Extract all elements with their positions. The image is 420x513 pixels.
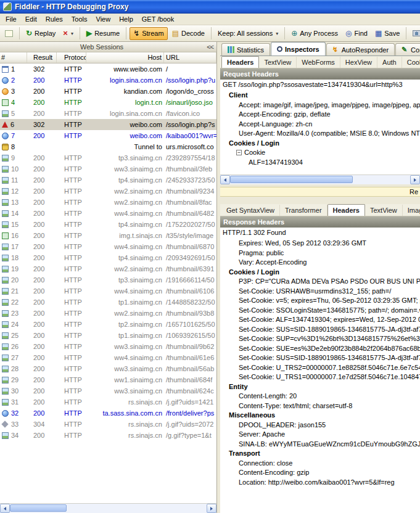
column-header-host[interactable]: Host <box>86 52 164 63</box>
response-tab-imageview[interactable]: ImageView <box>403 205 420 216</box>
cookie-group[interactable]: −Cookie <box>220 148 420 158</box>
header-item[interactable]: DPOOL_HEADER: jason155 <box>220 421 420 430</box>
any-process-button[interactable]: ⊕Any Process <box>288 28 341 39</box>
session-row-14[interactable]: 14200HTTPww4.sinaimg.cn/thumbnail/6482 <box>0 208 216 219</box>
header-item[interactable]: Set-Cookie: SUS=SID-1889019865-134681577… <box>220 353 420 363</box>
sessions-hscrollbar[interactable] <box>0 503 216 513</box>
resume-button[interactable]: ▶Resume <box>83 28 123 39</box>
session-row-26[interactable]: 26200HTTPww3.sinaimg.cn/thumbnail/9b62 <box>0 341 216 352</box>
header-item[interactable]: Set-Cookie: SUE=es%3De2eb90f23b884b2f206… <box>220 344 420 354</box>
session-row-27[interactable]: 27200HTTPww4.sinaimg.cn/thumbnail/61e6 <box>0 352 216 363</box>
header-item[interactable]: P3P: CP="CURa ADMa DEVa PSAo PSDo OUR BU… <box>220 277 420 287</box>
menu-rules[interactable]: Rules <box>41 14 67 24</box>
session-row-20[interactable]: 20200HTTPtp3.sinaimg.cn/1916666114/50 <box>0 274 216 285</box>
save-button[interactable]: ▦Save <box>372 28 403 39</box>
header-item[interactable]: Set-Cookie: SUP=cv%3D1%26bt%3D1346815775… <box>220 334 420 344</box>
stream-toggle-button[interactable]: ↯Stream <box>130 27 168 40</box>
header-item[interactable]: Set-Cookie: USRHAWB=usrmdins312_155; pat… <box>220 287 420 297</box>
tab-autoresponder[interactable]: ↯AutoResponder <box>326 43 395 55</box>
menu-get-book[interactable]: GET /book <box>138 14 178 24</box>
tab-composer[interactable]: ✎Composer <box>395 43 420 55</box>
column-header-num[interactable]: # <box>0 52 27 63</box>
session-row-23[interactable]: 23200HTTPww2.sinaimg.cn/thumbnail/93b8 <box>0 308 216 319</box>
scroll-left-button[interactable] <box>220 175 230 184</box>
session-row-13[interactable]: 13200HTTPww2.sinaimg.cn/thumbnail/8fac <box>0 197 216 208</box>
scroll-thumb[interactable] <box>230 176 353 183</box>
session-row-32[interactable]: 32200HTTPta.sass.sina.com.cn/front/deliv… <box>0 408 216 419</box>
response-tab-transformer[interactable]: Transformer <box>280 205 327 216</box>
scroll-thumb[interactable] <box>10 504 67 512</box>
header-item[interactable]: Connection: close <box>220 459 420 469</box>
header-item[interactable]: Accept: image/gif, image/jpeg, image/pjp… <box>220 101 420 110</box>
session-row-12[interactable]: 12200HTTPww2.sinaimg.cn/thumbnail/9234 <box>0 186 216 197</box>
session-row-25[interactable]: 25200HTTPtp1.sinaimg.cn/1069392615/50 <box>0 330 216 341</box>
response-tab-headers[interactable]: Headers <box>327 204 365 216</box>
response-tab-textview[interactable]: TextView <box>365 205 403 216</box>
header-item[interactable]: Server: Apache <box>220 430 420 440</box>
session-row-33[interactable]: 33304HTTPrs.sinajs.cn/j.gif?uids=2072 <box>0 419 216 430</box>
column-header-url[interactable]: URL <box>164 52 216 63</box>
header-item[interactable]: Set-Cookie: SSOLoginState=1346815775; pa… <box>220 306 420 316</box>
session-row-10[interactable]: 10200HTTPww3.sinaimg.cn/thumbnail/3feb <box>0 163 216 174</box>
collapse-panel-button[interactable]: << <box>204 43 216 51</box>
menu-tools[interactable]: Tools <box>67 14 92 24</box>
session-row-16[interactable]: 16200HTTPimg.t.sinajs.cn/t35/style/image <box>0 230 216 241</box>
header-item[interactable]: Pragma: public <box>220 248 420 258</box>
session-row-1[interactable]: 1302HTTPwww.weibo.com/ <box>0 64 216 75</box>
response-encoding-notification[interactable]: Re <box>220 187 420 197</box>
title-bar[interactable]: Fiddler - HTTP Debugging Proxy <box>0 0 420 14</box>
header-item[interactable]: Set-Cookie: U_TRS1=00000007.1e7d258f.504… <box>220 372 420 382</box>
session-row-29[interactable]: 29200HTTPww1.sinaimg.cn/thumbnail/684f <box>0 374 216 385</box>
session-row-18[interactable]: 18200HTTPtp4.sinaimg.cn/2093492691/50 <box>0 252 216 263</box>
replay-button[interactable]: ↻Replay <box>23 28 59 39</box>
request-tab-auth[interactable]: Auth <box>377 57 402 68</box>
tab-statistics[interactable]: Statistics <box>221 43 270 55</box>
session-row-9[interactable]: 9200HTTPtp3.sinaimg.cn/2392897554/18 <box>0 152 216 163</box>
header-item[interactable]: Content-Type: text/html; charset=utf-8 <box>220 401 420 411</box>
column-header-protocol[interactable]: Protocol <box>57 52 86 63</box>
menu-edit[interactable]: Edit <box>21 14 41 24</box>
menu-help[interactable]: Help <box>115 14 138 24</box>
header-item[interactable]: User-Agent: Mozilla/4.0 (compatible; MSI… <box>220 129 420 139</box>
header-item[interactable]: Accept-Language: zh-cn <box>220 120 420 129</box>
header-item[interactable]: Set-Cookie: U_TRS2=00000007.1e88258f.504… <box>220 363 420 373</box>
scroll-track[interactable] <box>10 504 207 513</box>
session-row-6[interactable]: 6302HTTPweibo.com/sso/login.php?s <box>0 119 216 130</box>
comment-button[interactable] <box>2 28 16 39</box>
session-row-2[interactable]: 2200HTTPlogin.sina.com.cn/sso/login.php?… <box>0 75 216 86</box>
request-tab-webforms[interactable]: WebForms <box>297 57 340 68</box>
scroll-right-button[interactable] <box>207 504 216 513</box>
session-row-24[interactable]: 24200HTTPtp2.sinaimg.cn/1657101625/50 <box>0 319 216 330</box>
header-item[interactable]: Location: http://weibo.com/kaibao001?wvr… <box>220 478 420 488</box>
session-row-7[interactable]: 7200HTTPweibo.com/kaibao001?wvr= <box>0 130 216 141</box>
request-line[interactable]: GET /sso/login.php?ssosavestate=13474193… <box>220 80 420 89</box>
response-tab-get-syntaxview[interactable]: Get SyntaxView <box>221 205 280 216</box>
session-row-15[interactable]: 15200HTTPtp4.sinaimg.cn/1752202027/50 <box>0 219 216 230</box>
session-row-5[interactable]: 5200HTTPlogin.sina.com.cn/favicon.ico <box>0 108 216 119</box>
session-row-8[interactable]: 8Tunnel tours.microsoft.co <box>0 141 216 152</box>
request-tab-cookies[interactable]: Cookies <box>402 57 420 68</box>
request-tab-headers[interactable]: Headers <box>221 56 259 68</box>
header-item[interactable]: Content-Length: 20 <box>220 392 420 401</box>
header-item[interactable]: Expires: Wed, 05 Sep 2012 03:29:36 GMT <box>220 239 420 248</box>
scroll-left-button[interactable] <box>0 504 10 513</box>
request-tab-textview[interactable]: TextView <box>259 57 297 68</box>
decode-button[interactable]: ▤Decode <box>169 28 208 39</box>
minus-expander-icon[interactable]: − <box>236 150 242 155</box>
header-item[interactable]: Content-Encoding: gzip <box>220 468 420 478</box>
session-row-30[interactable]: 30200HTTPww3.sinaimg.cn/thumbnail/624c <box>0 385 216 396</box>
keep-sessions-dropdown[interactable]: Keep: All sessions▾ <box>215 28 281 39</box>
session-row-3[interactable]: 3200HTTPkandian.com/logon/do_cross <box>0 86 216 97</box>
cookie-item[interactable]: ALF=1347419304 <box>220 158 420 168</box>
session-row-22[interactable]: 22200HTTPtp1.sinaimg.cn/1448858232/50 <box>0 297 216 308</box>
header-item[interactable]: Set-Cookie: ALF=1347419304; expires=Wed,… <box>220 315 420 325</box>
header-item[interactable]: SINA-LB: eWYyMTEuaGEueWZncm91cDEuYmoubG9… <box>220 440 420 449</box>
tab-inspectors[interactable]: Inspectors <box>271 42 326 55</box>
session-row-31[interactable]: 31200HTTPrs.sinajs.cn/j.gif?uids=1421 <box>0 396 216 408</box>
session-row-34[interactable]: 34200HTTPrs.sinajs.cn/g.gif?type=1&t <box>0 430 216 441</box>
response-status-line[interactable]: HTTP/1.1 302 Found <box>220 228 420 237</box>
scroll-right-button[interactable] <box>410 175 420 184</box>
session-row-17[interactable]: 17200HTTPww4.sinaimg.cn/thumbnail/6870 <box>0 241 216 252</box>
menu-file[interactable]: File <box>1 14 21 24</box>
header-item[interactable]: Set-Cookie: v=5; expires=Thu, 06-Sep-201… <box>220 296 420 306</box>
